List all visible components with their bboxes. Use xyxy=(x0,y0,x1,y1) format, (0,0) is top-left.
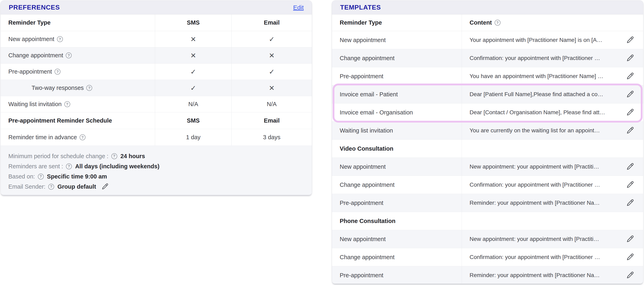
row-label: Change appointment xyxy=(8,52,63,59)
schedule-header-label: Pre-appointment Reminder Schedule xyxy=(0,112,155,129)
row-label: Pre-appointment xyxy=(8,68,52,75)
na-value: N/A xyxy=(267,101,276,108)
template-type: Waiting list invitation xyxy=(332,122,462,139)
section-header-phone-consultation: Phone Consultation xyxy=(332,212,643,230)
email-advance-value: 3 days xyxy=(263,134,280,141)
template-row-invoice-patient: Invoice email - Patient Dear [Patient Fu… xyxy=(332,85,643,103)
template-row: New appointment New appointment: your ap… xyxy=(332,230,643,248)
edit-pencil-icon[interactable] xyxy=(101,183,109,190)
preferences-summary: Minimum period for schedule change : ? 2… xyxy=(0,146,312,195)
template-content: New appointment: your appointment with [… xyxy=(470,163,622,170)
template-type: New appointment xyxy=(332,158,462,176)
edit-link[interactable]: Edit xyxy=(293,4,304,11)
col-content: Content xyxy=(470,19,492,26)
template-content: You are currently on the waiting list fo… xyxy=(470,127,622,134)
edit-pencil-icon[interactable] xyxy=(626,108,634,116)
schedule-col-email: Email xyxy=(232,112,312,129)
edit-pencil-icon[interactable] xyxy=(626,126,634,135)
templates-table-header: Reminder Type Content? xyxy=(332,14,643,31)
na-value: N/A xyxy=(188,101,198,108)
schedule-col-sms: SMS xyxy=(155,112,232,129)
summary-line: Based on: ? Specific time 9:00 am xyxy=(8,171,312,182)
summary-label: Reminders are sent : xyxy=(8,163,63,170)
help-icon[interactable]: ? xyxy=(54,69,60,75)
template-type: Pre-appointment xyxy=(332,67,462,85)
summary-line: Email Sender: ? Group default xyxy=(8,182,312,192)
edit-pencil-icon[interactable] xyxy=(626,253,634,261)
table-row: New appointment? ✕ ✓ xyxy=(0,31,312,47)
help-icon[interactable]: ? xyxy=(66,52,72,58)
edit-pencil-icon[interactable] xyxy=(626,90,634,98)
table-row: Two-way responses? ✓ ✕ xyxy=(0,80,312,96)
template-content: New appointment: your appointment with [… xyxy=(470,236,622,242)
summary-line: Reminders are sent : ? All days (includi… xyxy=(8,161,312,171)
template-row: New appointment New appointment: your ap… xyxy=(332,158,643,176)
template-content: Confirmation: your appointment with [Pra… xyxy=(470,182,622,188)
help-icon[interactable]: ? xyxy=(80,134,86,140)
cross-icon: ✕ xyxy=(190,51,196,59)
edit-pencil-icon[interactable] xyxy=(626,235,634,243)
section-header-video-consultation: Video Consultation xyxy=(332,140,643,158)
template-row-invoice-organisation: Invoice email - Organisation Dear [Conta… xyxy=(332,103,643,122)
table-row: Pre-appointment? ✓ ✓ xyxy=(0,64,312,80)
help-icon[interactable]: ? xyxy=(111,153,117,159)
template-row: Change appointment Confirmation: your ap… xyxy=(332,248,643,266)
template-row: Waiting list invitation You are currentl… xyxy=(332,122,643,140)
template-type: Change appointment xyxy=(332,176,462,194)
help-icon[interactable]: ? xyxy=(48,184,54,190)
preferences-panel: PREFERENCES Edit Reminder Type SMS Email… xyxy=(0,0,312,195)
template-row: New appointment Your appointment with [P… xyxy=(332,31,643,49)
row-label: Two-way responses xyxy=(32,85,84,91)
row-label: Reminder time in advance xyxy=(8,134,77,141)
table-row: Change appointment? ✕ ✕ xyxy=(0,47,312,64)
edit-pencil-icon[interactable] xyxy=(626,199,634,207)
template-row: Pre-appointment Reminder: your appointme… xyxy=(332,194,643,212)
edit-pencil-icon[interactable] xyxy=(626,271,634,279)
edit-pencil-icon[interactable] xyxy=(626,181,634,189)
col-email: Email xyxy=(232,14,312,31)
table-row: Waiting list invitation? N/A N/A xyxy=(0,96,312,112)
template-row: Pre-appointment Reminder: your appointme… xyxy=(332,266,643,284)
help-icon[interactable]: ? xyxy=(86,85,92,91)
edit-pencil-icon[interactable] xyxy=(626,163,634,171)
template-content: Confirmation: your appointment with [Pra… xyxy=(470,254,622,261)
col-reminder-type: Reminder Type xyxy=(332,14,462,31)
schedule-header-row: Pre-appointment Reminder Schedule SMS Em… xyxy=(0,112,312,129)
col-sms: SMS xyxy=(155,14,232,31)
preferences-header: PREFERENCES Edit xyxy=(0,0,312,14)
section-label: Video Consultation xyxy=(332,140,462,158)
preferences-table-header: Reminder Type SMS Email xyxy=(0,14,312,31)
template-type: Pre-appointment xyxy=(332,266,462,284)
summary-line: Minimum period for schedule change : ? 2… xyxy=(8,151,312,161)
help-icon[interactable]: ? xyxy=(66,163,72,169)
row-label: New appointment xyxy=(8,36,54,42)
check-icon: ✓ xyxy=(269,68,275,76)
row-label: Waiting list invitation xyxy=(8,101,62,108)
template-content: Reminder: your appointment with [Practit… xyxy=(470,200,622,206)
edit-pencil-icon[interactable] xyxy=(626,36,634,44)
summary-value: All days (including weekends) xyxy=(75,163,159,170)
sms-advance-value: 1 day xyxy=(186,134,200,141)
summary-label: Minimum period for schedule change : xyxy=(8,153,108,160)
template-row: Change appointment Confirmation: your ap… xyxy=(332,176,643,194)
template-type: New appointment xyxy=(332,31,462,49)
help-icon[interactable]: ? xyxy=(38,174,44,180)
template-content: You have an appointment with [Practition… xyxy=(470,73,622,79)
template-row: Pre-appointment You have an appointment … xyxy=(332,67,643,85)
help-icon[interactable]: ? xyxy=(64,101,70,107)
edit-pencil-icon[interactable] xyxy=(626,72,634,80)
help-icon[interactable]: ? xyxy=(57,36,63,42)
summary-value: 24 hours xyxy=(120,153,145,160)
section-label: Phone Consultation xyxy=(332,212,462,230)
cross-icon: ✕ xyxy=(190,35,196,43)
templates-title: TEMPLATES xyxy=(340,4,381,11)
template-content: Dear [Contact / Organisation Name], Plea… xyxy=(470,109,622,116)
col-reminder-type: Reminder Type xyxy=(0,14,155,31)
edit-pencil-icon[interactable] xyxy=(626,54,634,62)
summary-value: Specific time 9:00 am xyxy=(47,173,107,180)
check-icon: ✓ xyxy=(269,35,275,43)
template-type: Invoice email - Patient xyxy=(332,85,462,103)
table-row: Reminder time in advance? 1 day 3 days xyxy=(0,129,312,146)
template-content: Confirmation: your appointment with [Pra… xyxy=(470,55,622,61)
help-icon[interactable]: ? xyxy=(494,20,500,26)
